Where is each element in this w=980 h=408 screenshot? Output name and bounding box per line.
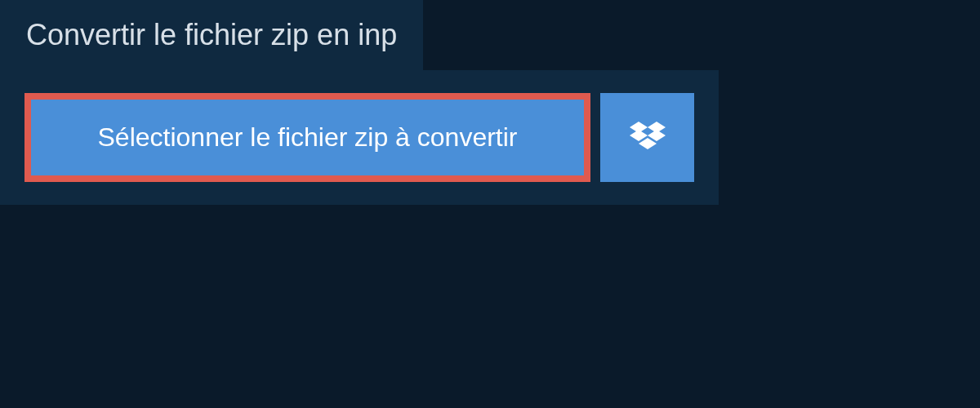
page-title: Convertir le fichier zip en inp (26, 18, 397, 52)
button-row: Sélectionner le fichier zip à convertir (24, 93, 694, 182)
select-file-button[interactable]: Sélectionner le fichier zip à convertir (24, 93, 590, 182)
content-panel: Sélectionner le fichier zip à convertir (0, 70, 719, 205)
dropbox-icon (630, 122, 666, 154)
dropbox-button[interactable] (600, 93, 694, 182)
select-file-label: Sélectionner le fichier zip à convertir (97, 122, 517, 153)
header-tab: Convertir le fichier zip en inp (0, 0, 423, 70)
